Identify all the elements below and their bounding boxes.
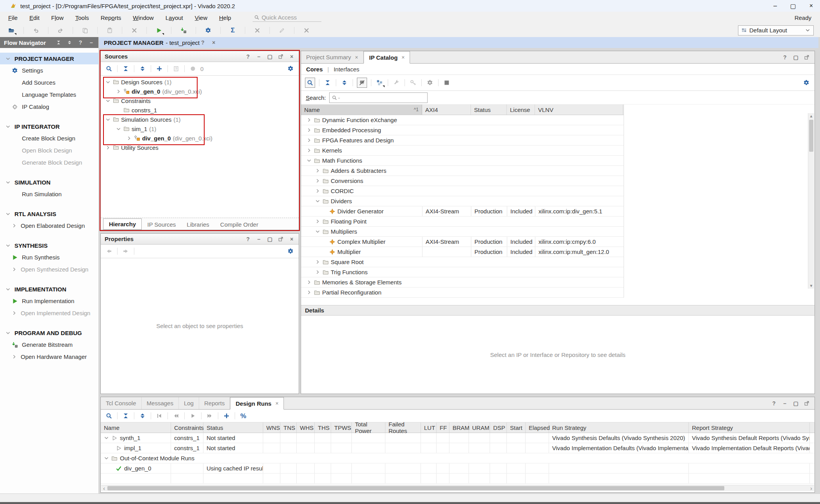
ip-row-Partial Reconfiguration[interactable]: Partial Reconfiguration <box>301 287 624 298</box>
flow-item-language-templates[interactable]: Language Templates <box>0 89 98 101</box>
subtab-interfaces[interactable]: Interfaces <box>333 66 359 73</box>
tab-design-runs[interactable]: Design Runs× <box>230 397 284 410</box>
expander[interactable] <box>314 219 321 224</box>
tab-ip-catalog[interactable]: IP Catalog× <box>364 51 410 64</box>
menu-tools[interactable]: Tools <box>70 13 95 23</box>
layout-selector[interactable]: Default Layout <box>738 25 814 35</box>
report-utilization-button[interactable]: Σ <box>228 26 237 35</box>
menu-help[interactable]: Help <box>213 13 237 23</box>
column-header-axi4[interactable]: AXI4 <box>422 105 471 115</box>
run-row-div_gen_0[interactable]: div_gen_0Using cached IP results <box>101 463 815 474</box>
flow-item-generate-block-design[interactable]: Generate Block Design <box>0 156 98 169</box>
flow-item-open-elaborated-design[interactable]: Open Elaborated Design <box>0 220 98 232</box>
expander[interactable] <box>306 117 312 122</box>
flow-item-create-block-design[interactable]: Create Block Design <box>0 132 98 144</box>
cancel-run-button[interactable] <box>253 26 262 35</box>
expander[interactable] <box>314 270 321 275</box>
menu-flow[interactable]: Flow <box>45 13 70 23</box>
flow-item-generate-bitstream[interactable]: Generate Bitstream <box>0 339 98 351</box>
subtab-cores[interactable]: Cores <box>306 66 323 73</box>
ip-settings-button[interactable] <box>426 78 434 87</box>
expander[interactable] <box>314 199 321 204</box>
ip-row-Trig Functions[interactable]: Trig Functions <box>301 267 624 277</box>
expander[interactable] <box>126 136 132 141</box>
step-back-button[interactable] <box>172 412 180 420</box>
quick-access-input[interactable]: Quick Access <box>253 13 321 22</box>
ip-row-CORDIC[interactable]: CORDIC <box>301 186 624 196</box>
flow-item-ip-catalog[interactable]: IP Catalog <box>0 101 98 113</box>
tab-ip-sources[interactable]: IP Sources <box>142 219 181 230</box>
expander[interactable] <box>306 138 312 143</box>
collapse-icon[interactable] <box>55 39 62 46</box>
run-button[interactable] <box>155 26 163 35</box>
expander[interactable] <box>105 145 111 150</box>
cancel-button[interactable] <box>302 26 311 35</box>
ip-row-Embedded Processing[interactable]: Embedded Processing <box>301 125 624 135</box>
ip-row-Complex Multiplier[interactable]: Complex MultiplierAXI4-StreamProductionI… <box>301 237 624 247</box>
add-sources-button[interactable] <box>155 64 164 73</box>
expand-icon[interactable] <box>66 39 73 46</box>
tree-item-Design Sources[interactable]: Design Sources(1) <box>101 77 299 87</box>
help-icon[interactable]: ? <box>200 39 206 46</box>
ip-license-button[interactable] <box>409 78 417 87</box>
tab-messages[interactable]: Messages <box>142 397 179 409</box>
expander[interactable] <box>105 80 111 85</box>
flow-section-header[interactable]: SYNTHESIS <box>0 240 98 251</box>
close-icon[interactable]: × <box>401 54 405 60</box>
flow-section-header[interactable]: PROGRAM AND DEBUG <box>0 327 98 339</box>
help-icon[interactable]: ? <box>782 54 788 60</box>
column-header-status[interactable]: Status <box>203 422 263 433</box>
create-runs-button[interactable] <box>222 412 231 420</box>
search-button[interactable] <box>105 412 113 420</box>
help-icon[interactable]: ? <box>77 39 84 46</box>
close-icon[interactable]: × <box>210 39 217 46</box>
flow-item-open-synthesized-design[interactable]: Open Synthesized Design <box>0 263 98 275</box>
expander[interactable] <box>314 178 321 183</box>
close-icon[interactable]: × <box>355 54 358 60</box>
tree-item-Constraints[interactable]: Constraints <box>101 96 299 105</box>
flow-item-run-implementation[interactable]: Run Implementation <box>0 295 98 307</box>
horizontal-scrollbar[interactable]: ‹ › <box>101 485 814 491</box>
flow-item-settings[interactable]: Settings <box>0 64 98 76</box>
expander[interactable] <box>306 158 312 163</box>
column-header-report-strategy[interactable]: Report Strategy <box>689 422 810 433</box>
flow-section-header[interactable]: RTL ANALYSIS <box>0 208 98 220</box>
menu-reports[interactable]: Reports <box>95 13 127 23</box>
step-forward-button[interactable] <box>205 412 214 420</box>
column-header-total-power[interactable]: Total Power <box>352 422 385 433</box>
ip-row-Dividers[interactable]: Dividers <box>301 196 624 206</box>
expander[interactable] <box>314 168 321 173</box>
back-button[interactable] <box>105 247 113 256</box>
settings-button[interactable] <box>204 26 212 35</box>
flow-section-header[interactable]: IP INTEGRATOR <box>0 121 98 132</box>
open-file-button[interactable] <box>7 26 16 35</box>
settings-gear-button[interactable] <box>286 64 295 73</box>
run-row-synth_1[interactable]: synth_1constrs_1Not startedVivado Synthe… <box>101 433 815 443</box>
collapse-all-button[interactable] <box>121 64 130 73</box>
scrollbar-thumb[interactable] <box>107 486 724 490</box>
run-row-impl_1[interactable]: impl_1constrs_1Not startedVivado Impleme… <box>101 443 815 453</box>
expander[interactable] <box>314 188 321 193</box>
tree-item-Utility Sources[interactable]: Utility Sources <box>101 143 299 152</box>
minimize-icon[interactable]: – <box>256 53 262 60</box>
expander[interactable] <box>314 229 321 234</box>
ip-row-Math Functions[interactable]: Math Functions <box>301 156 624 166</box>
settings-gear-button[interactable] <box>802 78 811 87</box>
column-header-constraints[interactable]: Constraints <box>171 422 203 433</box>
menu-edit[interactable]: Edit <box>23 13 45 23</box>
collapse-all-button[interactable] <box>121 412 130 420</box>
expand-all-button[interactable] <box>340 78 349 87</box>
redo-button[interactable] <box>56 26 65 35</box>
tab-libraries[interactable]: Libraries <box>181 219 215 230</box>
tab-hierarchy[interactable]: Hierarchy <box>103 218 142 230</box>
column-header-failed-routes[interactable]: Failed Routes <box>385 422 421 433</box>
settings-gear-button[interactable] <box>286 247 295 256</box>
ip-row-Multipliers[interactable]: Multipliers <box>301 227 624 237</box>
column-header-start[interactable]: Start <box>507 422 526 433</box>
maximize-icon[interactable]: ▢ <box>790 2 796 10</box>
flow-item-open-implemented-design[interactable]: Open Implemented Design <box>0 307 98 319</box>
edit-button[interactable] <box>278 26 286 35</box>
copy-button[interactable] <box>81 26 89 35</box>
menu-window[interactable]: Window <box>127 13 159 23</box>
expander[interactable] <box>105 98 111 103</box>
